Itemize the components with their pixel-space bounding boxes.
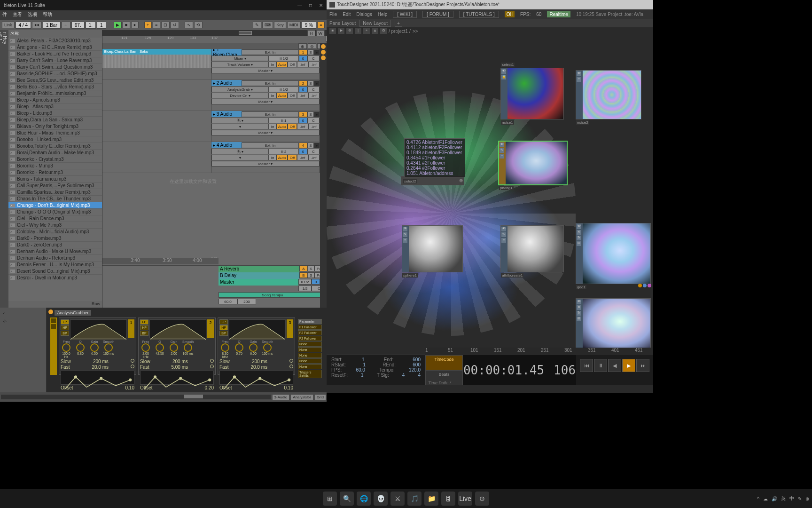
- slow-value[interactable]: 200 ms: [252, 359, 267, 364]
- list-item[interactable]: ♪Bicep - Lido.mp3: [8, 110, 102, 117]
- taskbar-app-icon[interactable]: 📁: [424, 492, 438, 506]
- master-label[interactable]: Master: [219, 279, 298, 286]
- list-item[interactable]: ♪Bee Gees,SG Lew...radise Edit).mp3: [8, 77, 102, 84]
- fast-value[interactable]: 5.00 ms: [171, 365, 188, 370]
- status-grid[interactable]: Grid: [315, 395, 326, 400]
- param-select[interactable]: Device On ▾: [211, 93, 269, 98]
- taskbar-app-icon[interactable]: 💀: [374, 492, 388, 506]
- send-a[interactable]: -inf: [297, 155, 308, 160]
- list-item[interactable]: ♪Bonobo - Linked.mp3: [8, 136, 102, 143]
- input-type[interactable]: Ext. In: [242, 49, 299, 55]
- io-toggle[interactable]: [321, 44, 326, 49]
- fold-button[interactable]: ⊕: [298, 43, 307, 49]
- filter-curve[interactable]: [149, 319, 206, 338]
- output-select[interactable]: Master ▾: [211, 161, 320, 167]
- list-item[interactable]: ♪Dennis Ferrer - U... Is My Home.mp3: [8, 262, 102, 268]
- filter-type-button[interactable]: LP: [219, 319, 228, 325]
- param-select[interactable]: ▾: [211, 155, 269, 160]
- h-scrollbar[interactable]: [1, 395, 271, 399]
- list-item[interactable]: ♪Ciel - Rain Dance.mp3: [8, 215, 102, 222]
- tempo-max[interactable]: 200: [237, 299, 256, 304]
- menu-help[interactable]: Help: [378, 12, 388, 17]
- return-a-solo[interactable]: S: [308, 266, 314, 271]
- time-ruler[interactable]: 121 125 129 133 137 Set: [102, 36, 327, 43]
- input-type[interactable]: Ext. In: [242, 80, 299, 86]
- filter-type-button[interactable]: BP: [61, 331, 69, 336]
- mixer-select[interactable]: 无 ▾: [211, 118, 269, 123]
- node-view-icon[interactable]: 👁: [501, 69, 506, 74]
- solo-button[interactable]: S: [307, 80, 314, 86]
- tempo-min[interactable]: 60.0: [219, 299, 237, 304]
- node-output-preview[interactable]: 👁✕↻⊞: [576, 298, 651, 350]
- list-item[interactable]: ♪Bicep - Atlas.mp3: [8, 103, 102, 110]
- browser-side-tabs[interactable]: n Hey v5.1 nativ: [0, 30, 8, 308]
- input-ch[interactable]: II 1/2: [269, 56, 299, 61]
- monitor-off[interactable]: Off: [288, 155, 297, 160]
- list-item[interactable]: ♪Desroi - Dwell in Motion.mp3: [8, 275, 102, 281]
- monitor-in[interactable]: In: [269, 155, 276, 160]
- bpm-c[interactable]: 1: [97, 22, 106, 29]
- input-type[interactable]: Ext. In: [242, 143, 299, 148]
- send-a[interactable]: -inf: [297, 124, 308, 129]
- tray-pen-icon[interactable]: ✎: [798, 496, 802, 501]
- filter-curve[interactable]: [70, 319, 127, 338]
- minimize-button[interactable]: —: [297, 3, 302, 8]
- layout-add-button[interactable]: +: [395, 20, 402, 27]
- return-a-send[interactable]: A: [299, 266, 308, 271]
- track-vol[interactable]: 0: [299, 87, 307, 92]
- flag-purple-icon[interactable]: [648, 284, 651, 287]
- filter-type-button[interactable]: HP: [140, 325, 148, 330]
- maximize-button[interactable]: □: [309, 3, 312, 8]
- browser-footer[interactable]: Raw: [8, 301, 102, 308]
- track-row[interactable]: ▸ 2 AudioExt. In2S●AnalysisGrab ▾II 1/20…: [102, 80, 327, 111]
- track-number[interactable]: 1: [299, 49, 307, 55]
- tutorials-button[interactable]: [ TUTORIALS ]: [459, 11, 499, 18]
- slow-value[interactable]: 200 ms: [93, 359, 109, 364]
- freq-knob[interactable]: Freq2.00 kHz: [140, 340, 151, 358]
- param-slot[interactable]: F2 Follower: [298, 330, 322, 335]
- flag-blue-icon[interactable]: [643, 284, 647, 287]
- node-attribcreate1[interactable]: 👁✎≡ attribcreate1: [500, 225, 564, 272]
- input-ch[interactable]: II 1: [269, 118, 299, 123]
- list-item[interactable]: ♪Bella Boo - Stars ...våca Remix).mp3: [8, 84, 102, 90]
- taskbar-app-icon[interactable]: ⚔: [390, 492, 405, 506]
- frame-ruler[interactable]: 1 51 101 151 201 251 301 351 401 451: [425, 348, 653, 355]
- list-item[interactable]: ♪Coldplay - Midni...ficial Audio).mp3: [8, 229, 102, 235]
- q-knob[interactable]: Q0.80: [75, 340, 86, 358]
- freq-knob[interactable]: Freq8.30 kHz: [219, 340, 231, 358]
- taskbar-app-icon[interactable]: ⊙: [475, 492, 489, 506]
- list-item[interactable]: ♪Boronko - M.mp3: [8, 163, 102, 169]
- node-geo-preview[interactable]: 👁✕↻⊞ geo1: [576, 223, 651, 284]
- taskbar-app-icon[interactable]: 🎵: [407, 492, 422, 506]
- output-select[interactable]: Master ▾: [211, 130, 320, 135]
- param-slot[interactable]: None: [298, 364, 322, 369]
- windows-taskbar[interactable]: ⊞🔍🌐💀⚔🎵📁🎛Live⊙ ^ ☁ 🔊 英 中 ✎ ⊕: [0, 489, 812, 508]
- node-sphere1[interactable]: 👁✎≡ sphere1: [402, 225, 463, 272]
- return-toggle[interactable]: [321, 56, 326, 60]
- node-noise2[interactable]: 👁+ noise2: [576, 70, 641, 119]
- track-number[interactable]: 3: [299, 111, 307, 117]
- tray-ime-en[interactable]: 英: [781, 495, 786, 502]
- smooth-knob[interactable]: Smooth100 ms: [103, 340, 114, 358]
- record-button[interactable]: ●: [131, 22, 139, 28]
- param-slot[interactable]: F1 Follower: [298, 325, 322, 330]
- track-row[interactable]: ▸ 3 AudioExt. In3S●无 ▾II 10C ▾InAutoOff-…: [102, 111, 327, 142]
- list-item[interactable]: ♪Bicep,Clara La San - Saku.mp3: [8, 117, 102, 123]
- monitor-in[interactable]: In: [269, 93, 276, 98]
- oll-indicator[interactable]: OII: [505, 11, 515, 17]
- gain-knob[interactable]: Gain6.00: [248, 340, 259, 358]
- taskbar-app-icon[interactable]: 🎛: [441, 492, 455, 506]
- smooth-knob[interactable]: Smooth100 ms: [182, 340, 194, 358]
- filter-band[interactable]: LPHPBP2Freq2.00 kHzQ42.50Gain2.00Smooth1…: [138, 318, 216, 375]
- status-track[interactable]: 3-Audio: [273, 395, 289, 400]
- td-titlebar[interactable]: TouchDesigner 2021.15240: D:/绘画/TouchDes…: [327, 0, 653, 9]
- track-pan[interactable]: C: [307, 118, 320, 123]
- timecode-mode[interactable]: TimeCode: [425, 355, 463, 370]
- track-header[interactable]: ▸ 4 Audio: [211, 142, 242, 148]
- tray-more-icon[interactable]: ⊕: [805, 496, 809, 501]
- path-flower-icon[interactable]: ✿: [380, 28, 387, 34]
- list-item[interactable]: ♪Blue Hour - Miras Theme.mp3: [8, 130, 102, 136]
- envelope-display[interactable]: [61, 371, 134, 385]
- envelope-display[interactable]: [219, 371, 293, 385]
- metronome-icon[interactable]: ●●: [32, 22, 42, 28]
